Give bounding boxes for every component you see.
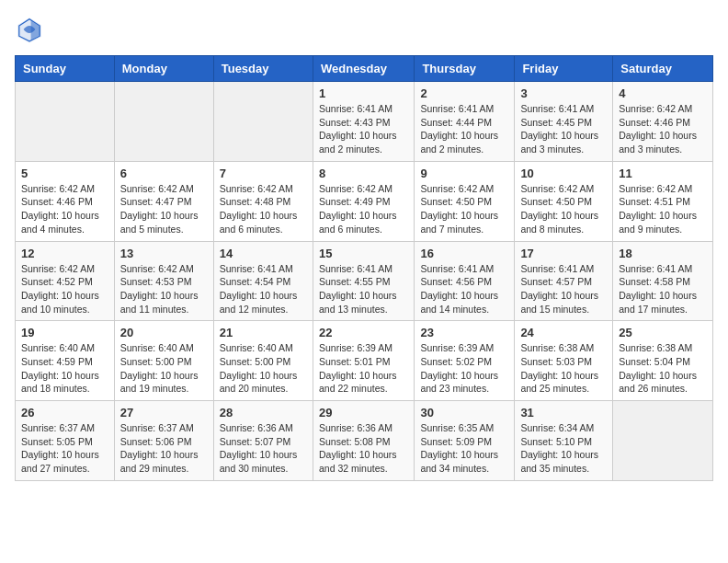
day-info: Sunrise: 6:40 AM Sunset: 5:00 PM Dayligh…	[220, 341, 307, 396]
day-number: 29	[319, 406, 408, 419]
calendar-week-row: 19Sunrise: 6:40 AM Sunset: 4:59 PM Dayli…	[16, 321, 713, 401]
calendar-day-cell: 9Sunrise: 6:42 AM Sunset: 4:50 PM Daylig…	[415, 161, 515, 241]
day-info: Sunrise: 6:42 AM Sunset: 4:53 PM Dayligh…	[120, 262, 208, 316]
day-info: Sunrise: 6:41 AM Sunset: 4:43 PM Dayligh…	[319, 102, 408, 156]
day-of-week-header: Tuesday	[213, 56, 313, 82]
day-number: 30	[420, 406, 508, 419]
day-info: Sunrise: 6:37 AM Sunset: 5:06 PM Dayligh…	[120, 421, 208, 476]
calendar-day-cell: 31Sunrise: 6:34 AM Sunset: 5:10 PM Dayli…	[515, 401, 613, 481]
day-number: 31	[520, 406, 607, 419]
day-number: 28	[220, 406, 307, 419]
logo-icon	[15, 15, 44, 44]
calendar-week-row: 1Sunrise: 6:41 AM Sunset: 4:43 PM Daylig…	[16, 82, 713, 162]
calendar-day-cell: 25Sunrise: 6:38 AM Sunset: 5:04 PM Dayli…	[613, 321, 713, 401]
day-info: Sunrise: 6:41 AM Sunset: 4:44 PM Dayligh…	[420, 102, 508, 156]
calendar-day-cell: 8Sunrise: 6:42 AM Sunset: 4:49 PM Daylig…	[313, 161, 414, 241]
calendar-day-cell: 5Sunrise: 6:42 AM Sunset: 4:46 PM Daylig…	[16, 161, 115, 241]
calendar-day-cell: 15Sunrise: 6:41 AM Sunset: 4:55 PM Dayli…	[313, 241, 414, 321]
page-header	[15, 15, 713, 44]
calendar-day-cell: 26Sunrise: 6:37 AM Sunset: 5:05 PM Dayli…	[16, 401, 115, 481]
day-info: Sunrise: 6:42 AM Sunset: 4:46 PM Dayligh…	[21, 182, 108, 236]
calendar-day-cell: 12Sunrise: 6:42 AM Sunset: 4:52 PM Dayli…	[16, 241, 115, 321]
calendar-day-cell: 7Sunrise: 6:42 AM Sunset: 4:48 PM Daylig…	[213, 161, 313, 241]
calendar-day-cell: 14Sunrise: 6:41 AM Sunset: 4:54 PM Dayli…	[213, 241, 313, 321]
day-of-week-header: Saturday	[613, 56, 713, 82]
calendar-day-cell: 6Sunrise: 6:42 AM Sunset: 4:47 PM Daylig…	[114, 161, 213, 241]
calendar-day-cell: 22Sunrise: 6:39 AM Sunset: 5:01 PM Dayli…	[313, 321, 414, 401]
calendar-day-cell	[114, 82, 213, 162]
day-of-week-header: Wednesday	[313, 56, 414, 82]
day-number: 2	[420, 86, 508, 100]
day-of-week-header: Friday	[515, 56, 613, 82]
day-number: 7	[220, 167, 307, 180]
day-number: 14	[220, 247, 307, 260]
day-number: 25	[619, 326, 707, 339]
calendar-day-cell: 20Sunrise: 6:40 AM Sunset: 5:00 PM Dayli…	[114, 321, 213, 401]
calendar-day-cell	[213, 82, 313, 162]
day-info: Sunrise: 6:38 AM Sunset: 5:04 PM Dayligh…	[619, 341, 707, 396]
day-number: 15	[319, 247, 408, 260]
day-of-week-header: Sunday	[16, 56, 115, 82]
day-info: Sunrise: 6:36 AM Sunset: 5:08 PM Dayligh…	[319, 421, 408, 476]
day-number: 6	[120, 167, 208, 180]
day-info: Sunrise: 6:40 AM Sunset: 5:00 PM Dayligh…	[120, 341, 208, 396]
day-number: 11	[619, 167, 707, 180]
day-number: 19	[21, 326, 108, 339]
calendar-day-cell: 4Sunrise: 6:42 AM Sunset: 4:46 PM Daylig…	[613, 82, 713, 162]
day-info: Sunrise: 6:36 AM Sunset: 5:07 PM Dayligh…	[220, 421, 307, 476]
day-number: 5	[21, 167, 108, 180]
calendar-day-cell: 30Sunrise: 6:35 AM Sunset: 5:09 PM Dayli…	[415, 401, 515, 481]
day-info: Sunrise: 6:42 AM Sunset: 4:50 PM Dayligh…	[520, 182, 607, 236]
calendar-day-cell: 27Sunrise: 6:37 AM Sunset: 5:06 PM Dayli…	[114, 401, 213, 481]
calendar-day-cell: 17Sunrise: 6:41 AM Sunset: 4:57 PM Dayli…	[515, 241, 613, 321]
calendar-day-cell: 13Sunrise: 6:42 AM Sunset: 4:53 PM Dayli…	[114, 241, 213, 321]
day-of-week-header: Thursday	[415, 56, 515, 82]
day-number: 26	[21, 406, 108, 419]
day-number: 3	[520, 86, 607, 100]
day-info: Sunrise: 6:39 AM Sunset: 5:01 PM Dayligh…	[319, 341, 408, 396]
day-number: 23	[420, 326, 508, 339]
calendar-day-cell: 29Sunrise: 6:36 AM Sunset: 5:08 PM Dayli…	[313, 401, 414, 481]
day-number: 22	[319, 326, 408, 339]
day-of-week-header: Monday	[114, 56, 213, 82]
calendar-day-cell	[16, 82, 115, 162]
calendar-day-cell: 24Sunrise: 6:38 AM Sunset: 5:03 PM Dayli…	[515, 321, 613, 401]
calendar-day-cell: 2Sunrise: 6:41 AM Sunset: 4:44 PM Daylig…	[415, 82, 515, 162]
calendar-day-cell: 21Sunrise: 6:40 AM Sunset: 5:00 PM Dayli…	[213, 321, 313, 401]
day-number: 8	[319, 167, 408, 180]
day-info: Sunrise: 6:41 AM Sunset: 4:56 PM Dayligh…	[420, 262, 508, 316]
calendar-day-cell: 3Sunrise: 6:41 AM Sunset: 4:45 PM Daylig…	[515, 82, 613, 162]
day-info: Sunrise: 6:42 AM Sunset: 4:47 PM Dayligh…	[120, 182, 208, 236]
day-number: 4	[619, 86, 707, 100]
calendar-week-row: 26Sunrise: 6:37 AM Sunset: 5:05 PM Dayli…	[16, 401, 713, 481]
day-info: Sunrise: 6:40 AM Sunset: 4:59 PM Dayligh…	[21, 341, 108, 396]
day-info: Sunrise: 6:38 AM Sunset: 5:03 PM Dayligh…	[520, 341, 607, 396]
calendar-day-cell: 1Sunrise: 6:41 AM Sunset: 4:43 PM Daylig…	[313, 82, 414, 162]
day-number: 20	[120, 326, 208, 339]
calendar-day-cell: 23Sunrise: 6:39 AM Sunset: 5:02 PM Dayli…	[415, 321, 515, 401]
calendar-day-cell	[613, 401, 713, 481]
calendar-day-cell: 16Sunrise: 6:41 AM Sunset: 4:56 PM Dayli…	[415, 241, 515, 321]
day-number: 12	[21, 247, 108, 260]
day-number: 13	[120, 247, 208, 260]
day-info: Sunrise: 6:41 AM Sunset: 4:55 PM Dayligh…	[319, 262, 408, 316]
day-info: Sunrise: 6:42 AM Sunset: 4:46 PM Dayligh…	[619, 102, 707, 156]
day-number: 1	[319, 86, 408, 100]
day-number: 21	[220, 326, 307, 339]
day-number: 18	[619, 247, 707, 260]
day-info: Sunrise: 6:41 AM Sunset: 4:54 PM Dayligh…	[220, 262, 307, 316]
day-info: Sunrise: 6:42 AM Sunset: 4:49 PM Dayligh…	[319, 182, 408, 236]
day-info: Sunrise: 6:42 AM Sunset: 4:52 PM Dayligh…	[21, 262, 108, 316]
day-info: Sunrise: 6:39 AM Sunset: 5:02 PM Dayligh…	[420, 341, 508, 396]
calendar-day-cell: 11Sunrise: 6:42 AM Sunset: 4:51 PM Dayli…	[613, 161, 713, 241]
calendar-header-row: SundayMondayTuesdayWednesdayThursdayFrid…	[16, 56, 713, 82]
day-info: Sunrise: 6:41 AM Sunset: 4:57 PM Dayligh…	[520, 262, 607, 316]
calendar-table: SundayMondayTuesdayWednesdayThursdayFrid…	[15, 55, 713, 481]
day-number: 16	[420, 247, 508, 260]
day-info: Sunrise: 6:41 AM Sunset: 4:45 PM Dayligh…	[520, 102, 607, 156]
logo	[15, 15, 48, 44]
day-info: Sunrise: 6:34 AM Sunset: 5:10 PM Dayligh…	[520, 421, 607, 476]
calendar-day-cell: 28Sunrise: 6:36 AM Sunset: 5:07 PM Dayli…	[213, 401, 313, 481]
day-number: 17	[520, 247, 607, 260]
calendar-day-cell: 10Sunrise: 6:42 AM Sunset: 4:50 PM Dayli…	[515, 161, 613, 241]
